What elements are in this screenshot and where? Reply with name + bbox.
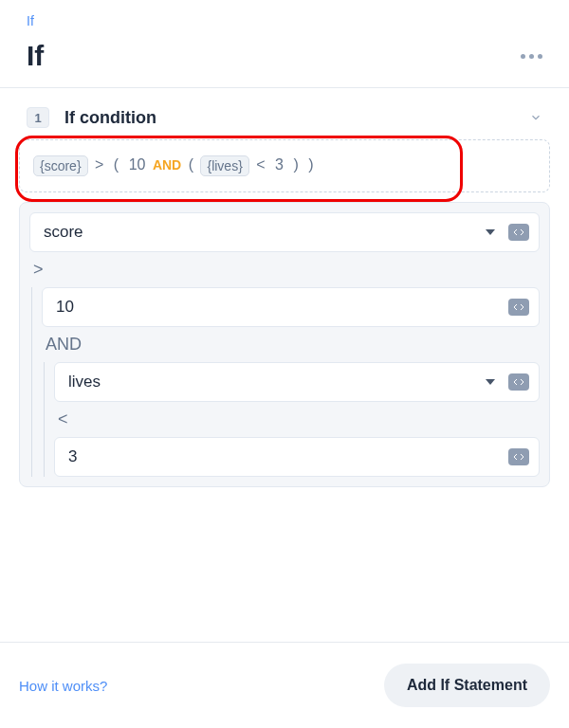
dot-icon <box>521 54 525 59</box>
operator-lt: < <box>253 156 267 173</box>
operand-select-score[interactable]: score <box>29 212 540 252</box>
operand-value: 3 <box>68 447 508 466</box>
operator-label-lt[interactable]: < <box>54 402 540 437</box>
operand-input-3[interactable]: 3 <box>54 437 540 477</box>
operand-input-10[interactable]: 10 <box>42 287 540 327</box>
variable-chip-lives[interactable]: {lives} <box>200 155 248 176</box>
operator-label-gt[interactable]: > <box>29 252 540 287</box>
paren-close: ) <box>290 156 301 173</box>
paren-close: ) <box>305 156 316 173</box>
paren-open: ( <box>111 156 121 173</box>
page-title: If <box>27 40 44 72</box>
variable-chip-score[interactable]: {score} <box>33 155 88 176</box>
caret-down-icon <box>486 379 495 385</box>
section-header[interactable]: 1 If condition <box>19 107 550 139</box>
operand-value: 10 <box>56 298 508 317</box>
dot-icon <box>538 54 542 59</box>
breadcrumb[interactable]: If <box>27 13 542 28</box>
chevron-down-icon <box>529 111 542 124</box>
operand-select-lives[interactable]: lives <box>54 362 540 402</box>
condition-expression-input[interactable]: {score} > ( 10 AND ( {lives} < 3 ) ) <box>19 139 550 192</box>
code-icon[interactable] <box>508 299 529 316</box>
code-icon[interactable] <box>508 373 529 391</box>
paren-open: ( <box>186 156 196 173</box>
condition-builder: score > 10 AND lives <box>19 202 550 487</box>
add-if-statement-button[interactable]: Add If Statement <box>384 664 550 707</box>
operand-value: score <box>44 223 486 242</box>
operator-gt: > <box>92 156 106 173</box>
more-options-button[interactable] <box>521 54 542 59</box>
how-it-works-link[interactable]: How it works? <box>19 678 107 694</box>
operator-label-and[interactable]: AND <box>42 327 540 362</box>
operator-and: AND <box>153 157 181 173</box>
dot-icon <box>529 54 534 59</box>
code-icon[interactable] <box>508 224 529 241</box>
code-icon[interactable] <box>508 448 529 465</box>
section-title: If condition <box>64 108 529 128</box>
literal-10: 10 <box>126 156 149 173</box>
operand-value: lives <box>68 373 486 391</box>
step-number-badge: 1 <box>27 107 49 128</box>
literal-3: 3 <box>272 156 286 173</box>
caret-down-icon <box>486 229 495 235</box>
